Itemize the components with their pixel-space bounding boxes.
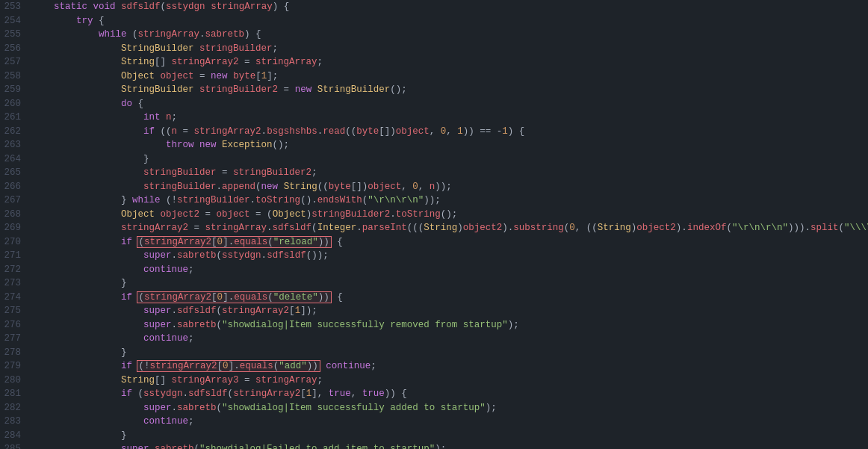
line-content: Object object = new byte[1]; — [31, 71, 278, 81]
code-line: 267 } while (!stringBuilder.toString().e… — [0, 193, 868, 208]
line-number: 271 — [0, 250, 31, 261]
line-content: String[] stringArray3 = stringArray; — [31, 375, 323, 385]
code-line: 265 stringBuilder = stringBuilder2; — [0, 166, 868, 180]
line-content: if (stringArray2[0].equals("reload")) { — [31, 236, 343, 248]
line-number: 261 — [0, 112, 31, 123]
line-number: 257 — [0, 57, 31, 67]
code-line: 285 super.sabretb("showdialog|Failed to … — [0, 442, 868, 449]
code-line: 257 String[] stringArray2 = stringArray; — [0, 55, 868, 69]
line-number: 284 — [0, 430, 31, 441]
line-number: 260 — [0, 99, 31, 109]
line-number: 253 — [0, 1, 31, 12]
code-line: 260 do { — [0, 97, 868, 111]
line-content: super.sabretb("showdialog|Item successfu… — [31, 403, 497, 413]
line-content: do { — [31, 99, 143, 109]
line-number: 282 — [0, 403, 31, 413]
line-content: int n; — [31, 112, 177, 123]
line-content: continue; — [31, 333, 194, 344]
line-content: static void sdfsldf(sstydgn stringArray)… — [31, 1, 289, 12]
line-number: 276 — [0, 320, 31, 330]
line-number: 281 — [0, 388, 31, 399]
line-number: 275 — [0, 306, 31, 316]
line-number: 278 — [0, 347, 31, 358]
code-line: 255 while (stringArray.sabretb) { — [0, 28, 868, 42]
code-line: 264 } — [0, 152, 868, 167]
code-line: 276 super.sabretb("showdialog|Item succe… — [0, 318, 868, 332]
code-line: 283 continue; — [0, 415, 868, 429]
code-line: 268 Object object2 = object = (Object)st… — [0, 208, 868, 222]
line-number: 256 — [0, 43, 31, 54]
line-content: } while (!stringBuilder.toString().endsW… — [31, 195, 441, 205]
code-editor: 253 static void sdfsldf(sstydgn stringAr… — [0, 0, 868, 449]
line-number: 268 — [0, 209, 31, 220]
code-line: 284 } — [0, 429, 868, 443]
code-line: 261 int n; — [0, 111, 868, 125]
line-content: Object object2 = object = (Object)string… — [31, 209, 457, 220]
code-line: 270 if (stringArray2[0].equals("reload")… — [0, 235, 868, 250]
code-line: 262 if ((n = stringArray2.bsgshshbs.read… — [0, 125, 868, 139]
line-number: 267 — [0, 195, 31, 205]
line-number: 254 — [0, 16, 31, 26]
line-content: String[] stringArray2 = stringArray; — [31, 57, 323, 67]
line-number: 255 — [0, 29, 31, 40]
line-content: StringBuilder stringBuilder; — [31, 43, 278, 54]
code-line: 254 try { — [0, 14, 868, 28]
line-number: 265 — [0, 167, 31, 178]
line-content: } — [31, 278, 127, 288]
line-number: 262 — [0, 126, 31, 137]
code-line: 275 super.sdfsldf(stringArray2[1]); — [0, 304, 868, 318]
line-content: if (sstydgn.sdfsldf(stringArray2[1], tru… — [31, 388, 407, 399]
code-line: 272 continue; — [0, 263, 868, 277]
line-content: super.sabretb("showdialog|Failed to add … — [31, 444, 446, 449]
line-content: continue; — [31, 416, 194, 427]
line-number: 266 — [0, 182, 31, 192]
line-number: 279 — [0, 361, 31, 371]
line-number: 283 — [0, 416, 31, 427]
line-number: 269 — [0, 223, 31, 233]
line-content: } — [31, 347, 127, 358]
code-line: 271 super.sabretb(sstydgn.sdfsldf()); — [0, 249, 868, 263]
code-line: 280 String[] stringArray3 = stringArray; — [0, 374, 868, 388]
code-line: 258 Object object = new byte[1]; — [0, 69, 868, 84]
code-line: 256 StringBuilder stringBuilder; — [0, 42, 868, 56]
line-number: 277 — [0, 333, 31, 344]
line-content: stringArray2 = stringArray.sdfsldf(Integ… — [31, 223, 868, 233]
line-number: 272 — [0, 264, 31, 275]
line-content: continue; — [31, 264, 194, 275]
line-content: stringBuilder.append(new String((byte[])… — [31, 182, 452, 192]
code-line: 277 continue; — [0, 332, 868, 346]
line-content: super.sabretb(sstydgn.sdfsldf()); — [31, 250, 329, 261]
line-content: super.sabretb("showdialog|Item successfu… — [31, 320, 519, 330]
line-content: StringBuilder stringBuilder2 = new Strin… — [31, 84, 407, 95]
code-line: 274 if (stringArray2[0].equals("delete")… — [0, 291, 868, 305]
line-content: if ((n = stringArray2.bsgshshbs.read((by… — [31, 126, 524, 137]
line-content: } — [31, 154, 149, 164]
line-number: 280 — [0, 375, 31, 385]
line-number: 273 — [0, 278, 31, 288]
code-line: 278 } — [0, 346, 868, 360]
code-line: 266 stringBuilder.append(new String((byt… — [0, 180, 868, 194]
line-content: while (stringArray.sabretb) { — [31, 29, 261, 40]
code-line: 269 stringArray2 = stringArray.sdfsldf(I… — [0, 221, 868, 235]
line-number: 263 — [0, 140, 31, 150]
line-number: 274 — [0, 292, 31, 303]
line-content: } — [31, 430, 127, 441]
code-line: 273 } — [0, 276, 868, 291]
line-content: throw new Exception(); — [31, 140, 289, 150]
line-number: 258 — [0, 71, 31, 81]
line-number: 285 — [0, 444, 31, 449]
code-line: 263 throw new Exception(); — [0, 138, 868, 152]
line-number: 259 — [0, 84, 31, 95]
code-line: 253 static void sdfsldf(sstydgn stringAr… — [0, 0, 868, 14]
line-content: super.sdfsldf(stringArray2[1]); — [31, 306, 317, 316]
code-line: 281 if (sstydgn.sdfsldf(stringArray2[1],… — [0, 387, 868, 401]
code-line: 279 if (!stringArray2[0].equals("add")) … — [0, 359, 868, 374]
line-content: if (stringArray2[0].equals("delete")) { — [31, 291, 343, 303]
line-number: 270 — [0, 237, 31, 247]
line-content: try { — [31, 16, 105, 26]
code-line: 259 StringBuilder stringBuilder2 = new S… — [0, 83, 868, 97]
line-content: stringBuilder = stringBuilder2; — [31, 167, 317, 178]
line-number: 264 — [0, 154, 31, 164]
code-line: 282 super.sabretb("showdialog|Item succe… — [0, 401, 868, 415]
line-content: if (!stringArray2[0].equals("add")) cont… — [31, 360, 376, 372]
